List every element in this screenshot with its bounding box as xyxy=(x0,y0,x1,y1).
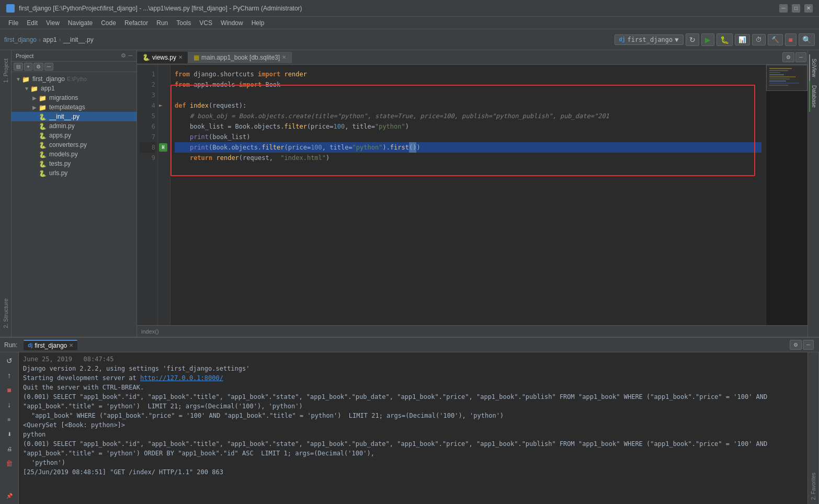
server-link[interactable]: http://127.0.0.1:8000/ xyxy=(140,374,223,382)
code-line-7: print(book_list) xyxy=(175,132,761,142)
apps-py-label: apps.py xyxy=(49,132,71,139)
migrations-folder-icon: 📁 xyxy=(39,95,47,101)
admin-py-icon: 🐍 xyxy=(39,123,47,129)
stop-button[interactable]: ■ xyxy=(785,33,797,46)
breadcrumb-file[interactable]: __init__.py xyxy=(63,36,94,43)
tree-templatetags[interactable]: ▶ 📁 templatetags xyxy=(12,102,136,112)
file-tree: ▼ 📁 first_django E:\Pytho ▼ 📁 app1 ▶ 📁 m… xyxy=(12,72,136,337)
scroll-down-button[interactable]: ↓ xyxy=(3,398,16,411)
rerun-button[interactable]: ↺ xyxy=(3,354,16,367)
file-sidebar: Project ⚙ ─ ⊟ + ⚙ ─ ▼ 📁 first_django E:\… xyxy=(12,50,137,337)
breadcrumb-sep1: › xyxy=(39,36,41,43)
breadcrumb-app[interactable]: app1 xyxy=(43,36,57,43)
fn-render-2: render xyxy=(217,153,239,163)
sidebar-minimize-icon[interactable]: ─ xyxy=(128,52,132,59)
tab-views-py-close[interactable]: ✕ xyxy=(178,54,183,60)
minimize-btn[interactable]: ─ xyxy=(44,63,53,71)
kw-def: def xyxy=(175,100,186,111)
profile-button[interactable]: ⏱ xyxy=(752,34,766,45)
close-button[interactable]: ✕ xyxy=(804,4,813,13)
toolbar: first_django › app1 › __init__.py dj fir… xyxy=(0,29,819,50)
gutter-6 xyxy=(159,121,169,132)
maximize-button[interactable]: □ xyxy=(792,4,800,13)
add-button[interactable]: + xyxy=(24,63,32,71)
project-tab[interactable]: 1. Project xyxy=(1,54,10,87)
editor-minimize-btn[interactable]: ─ xyxy=(795,52,806,62)
database-tab[interactable]: Database xyxy=(809,81,818,112)
run-controls: ↺ ↑ ■ ↓ ≡ ⬇ 🖨 🗑 📌 xyxy=(0,352,19,504)
kw-from-2: from xyxy=(175,79,190,90)
soft-wrap-button[interactable]: ⬇ xyxy=(3,428,16,440)
tab-db-sqlite3[interactable]: ▦ main.app1_book [db.sqlite3] ✕ xyxy=(188,52,292,63)
run-config-button[interactable]: ▶ xyxy=(701,33,714,46)
collapse-all-button[interactable]: ⊟ xyxy=(14,63,23,71)
debug-button[interactable]: 🐛 xyxy=(716,33,733,46)
menu-run[interactable]: Run xyxy=(152,18,172,28)
favorites-label[interactable]: 2. Favorites xyxy=(810,471,817,502)
menu-tools[interactable]: Tools xyxy=(172,18,195,28)
tab-views-py[interactable]: 🐍 views.py ✕ xyxy=(137,52,188,63)
output-line-sql2: (0.001) SELECT "app1_book"."id", "app1_b… xyxy=(23,439,803,458)
code-line-2: from app1.models import Book xyxy=(175,79,761,90)
templatetags-folder-icon: 📁 xyxy=(39,104,47,110)
clear-button[interactable]: 🗑 xyxy=(3,457,16,469)
run-panel-minimize[interactable]: ─ xyxy=(803,340,814,350)
tree-root[interactable]: ▼ 📁 first_django E:\Pytho xyxy=(12,74,136,84)
menu-window[interactable]: Window xyxy=(217,18,247,28)
settings-btn[interactable]: ⚙ xyxy=(33,63,43,71)
wrap-button[interactable]: ≡ xyxy=(3,413,16,426)
tree-apps-py[interactable]: 🐍 apps.py xyxy=(12,131,136,140)
models-py-icon: 🐍 xyxy=(39,151,47,157)
toolbar-right: dj first_django ▼ ↻ ▶ 🐛 📊 ⏱ 🔨 ■ 🔍 xyxy=(615,33,815,46)
tree-urls-py[interactable]: 🐍 urls.py xyxy=(12,168,136,178)
menu-edit[interactable]: Edit xyxy=(22,18,42,28)
minimize-button[interactable]: ─ xyxy=(779,4,788,13)
menu-view[interactable]: View xyxy=(42,18,64,28)
tree-tests-py[interactable]: 🐍 tests.py xyxy=(12,159,136,168)
coverage-button[interactable]: 📊 xyxy=(735,34,750,45)
project-selector[interactable]: dj first_django ▼ xyxy=(615,35,684,45)
stop-run-button[interactable]: ■ xyxy=(3,384,16,396)
run-tab-close[interactable]: ✕ xyxy=(69,342,73,348)
menu-navigate[interactable]: Navigate xyxy=(64,18,97,28)
editor-settings-btn[interactable]: ⚙ xyxy=(782,52,794,62)
search-button[interactable]: 🔍 xyxy=(799,33,815,46)
tree-models-py[interactable]: 🐍 models.py xyxy=(12,150,136,159)
minimap-viewport[interactable] xyxy=(766,65,807,91)
tree-migrations[interactable]: ▶ 📁 migrations xyxy=(12,93,136,102)
pin-button[interactable]: 📌 xyxy=(3,489,16,502)
run-panel-settings[interactable]: ⚙ xyxy=(790,340,802,350)
sidebar-toolbar: ⊟ + ⚙ ─ xyxy=(12,62,136,72)
output-line-indent1: "app1_book" WHERE ("app1_book"."price" =… xyxy=(23,411,803,420)
refresh-button[interactable]: ↻ xyxy=(686,33,699,46)
menu-file[interactable]: File xyxy=(4,18,22,28)
menu-vcs[interactable]: VCS xyxy=(195,18,217,28)
kw-import-1: import xyxy=(258,69,280,79)
tree-app1[interactable]: ▼ 📁 app1 xyxy=(12,84,136,93)
tree-converters-py[interactable]: 🐍 converters.py xyxy=(12,140,136,150)
build-button[interactable]: 🔨 xyxy=(768,34,783,45)
tree-init-py[interactable]: 🐍 __init__.py xyxy=(12,112,136,121)
menu-bar: File Edit View Navigate Code Refactor Ru… xyxy=(0,17,819,29)
gutter-5 xyxy=(159,111,169,121)
migrations-label: migrations xyxy=(49,94,78,101)
menu-refactor[interactable]: Refactor xyxy=(120,18,152,28)
run-tab-first-django[interactable]: dj first_django ✕ xyxy=(24,340,77,350)
code-editor[interactable]: 1 2 3 4 5 6 7 8 9 ► xyxy=(137,65,807,325)
print-button[interactable]: 🖨 xyxy=(3,442,16,455)
kw-import-2: import xyxy=(239,79,261,90)
output-line-get: [25/Jun/2019 08:48:51] "GET /index/ HTTP… xyxy=(23,467,803,477)
tree-admin-py[interactable]: 🐍 admin.py xyxy=(12,121,136,131)
structure-tab[interactable]: 2. Structure xyxy=(1,294,10,333)
tab-db-close[interactable]: ✕ xyxy=(282,54,286,60)
menu-code[interactable]: Code xyxy=(97,18,120,28)
gutter-9 xyxy=(159,153,169,163)
code-content[interactable]: from django.shortcuts import render from… xyxy=(170,65,766,325)
window-controls: ─ □ ✕ xyxy=(779,4,813,13)
scroll-up-button[interactable]: ↑ xyxy=(3,369,16,382)
sidebar-settings-icon[interactable]: ⚙ xyxy=(121,52,126,59)
code-line-4: def index(request): xyxy=(175,100,761,111)
breadcrumb-project[interactable]: first_django xyxy=(4,36,37,43)
menu-help[interactable]: Help xyxy=(247,18,269,28)
sciview-tab[interactable]: SciView xyxy=(809,54,818,81)
